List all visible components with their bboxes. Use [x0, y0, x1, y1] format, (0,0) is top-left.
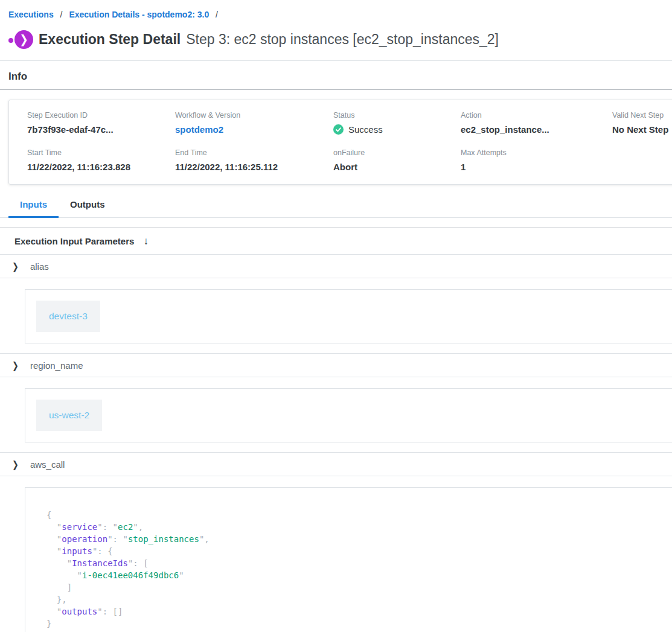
section-aws-call-header[interactable]: ❯ aws_call	[0, 453, 672, 476]
section-alias: ❯ alias devtest-3	[0, 255, 672, 354]
sort-descending-icon[interactable]: ↓	[143, 235, 149, 247]
action-value: ec2_stop_instance...	[461, 124, 612, 135]
section-aws-call: ❯ aws_call { "service": "ec2", "operatio…	[0, 453, 672, 632]
breadcrumb-link-executions[interactable]: Executions	[8, 10, 54, 19]
info-heading: Info	[8, 71, 672, 83]
onfailure-value: Abort	[333, 162, 461, 172]
params-heading: Execution Input Parameters	[14, 236, 134, 246]
field-step-execution-id: Step Execution ID 7b73f93e-edaf-47c...	[27, 111, 175, 135]
status-value: Success	[348, 124, 383, 135]
chevron-right-icon: ❯	[12, 360, 19, 371]
breadcrumb-separator: /	[216, 10, 218, 19]
field-status: Status Success	[333, 111, 461, 135]
breadcrumb: Executions / Execution Details - spotdem…	[0, 0, 672, 19]
tab-outputs[interactable]: Outputs	[59, 193, 117, 218]
max-attempts-value: 1	[461, 162, 612, 172]
step-execution-id-value: 7b73f93e-edaf-47c...	[27, 124, 175, 135]
section-label: alias	[30, 261, 49, 272]
chevron-right-icon: ❯	[12, 261, 19, 272]
breadcrumb-separator: /	[60, 10, 63, 19]
end-time-value: 11/22/2022, 11:16:25.112	[175, 162, 333, 172]
aws-call-json-panel: { "service": "ec2", "operation": "stop_i…	[25, 487, 672, 632]
page-header: ❯ Execution Step DetailStep 3: ec2 stop …	[8, 30, 672, 49]
section-region-name-header[interactable]: ❯ region_name	[0, 354, 672, 377]
tab-bar: Inputs Outputs	[0, 193, 672, 218]
tab-inputs[interactable]: Inputs	[8, 193, 59, 218]
field-start-time: Start Time 11/22/2022, 11:16:23.828	[27, 148, 175, 172]
chevron-right-icon: ❯	[12, 459, 19, 470]
section-alias-header[interactable]: ❯ alias	[0, 255, 672, 278]
valid-next-step-value: No Next Step	[612, 124, 672, 135]
field-valid-next-step: Valid Next Step No Next Step	[612, 111, 672, 135]
breadcrumb-link-execution-details[interactable]: Execution Details - spotdemo2: 3.0	[69, 10, 209, 19]
info-card: Step Execution ID 7b73f93e-edaf-47c... W…	[8, 100, 672, 185]
alias-value-panel: devtest-3	[25, 289, 672, 343]
workflow-link[interactable]: spotdemo2	[175, 124, 333, 135]
field-action: Action ec2_stop_instance...	[461, 111, 612, 135]
success-check-icon	[333, 124, 344, 135]
region-name-value-panel: us-west-2	[25, 388, 672, 442]
app-logo-icon: ❯	[8, 30, 33, 49]
region-name-value-chip: us-west-2	[36, 400, 102, 431]
start-time-value: 11/22/2022, 11:16:23.828	[27, 162, 175, 172]
page-title: Execution Step Detail	[39, 31, 181, 47]
section-region-name: ❯ region_name us-west-2	[0, 354, 672, 453]
json-code-block: { "service": "ec2", "operation": "stop_i…	[46, 509, 672, 630]
section-label: aws_call	[30, 459, 65, 470]
section-label: region_name	[30, 360, 83, 371]
execution-input-parameters-header[interactable]: Execution Input Parameters ↓	[0, 228, 672, 255]
field-onfailure: onFailure Abort	[333, 148, 461, 172]
field-end-time: End Time 11/22/2022, 11:16:25.112	[175, 148, 333, 172]
field-workflow-version: Workflow & Version spotdemo2	[175, 111, 333, 135]
alias-value-chip: devtest-3	[36, 301, 100, 332]
field-max-attempts: Max Attempts 1	[461, 148, 612, 172]
divider	[0, 89, 672, 90]
page-subtitle: Step 3: ec2 stop instances [ec2_stop_ins…	[186, 31, 499, 47]
divider	[0, 60, 672, 61]
